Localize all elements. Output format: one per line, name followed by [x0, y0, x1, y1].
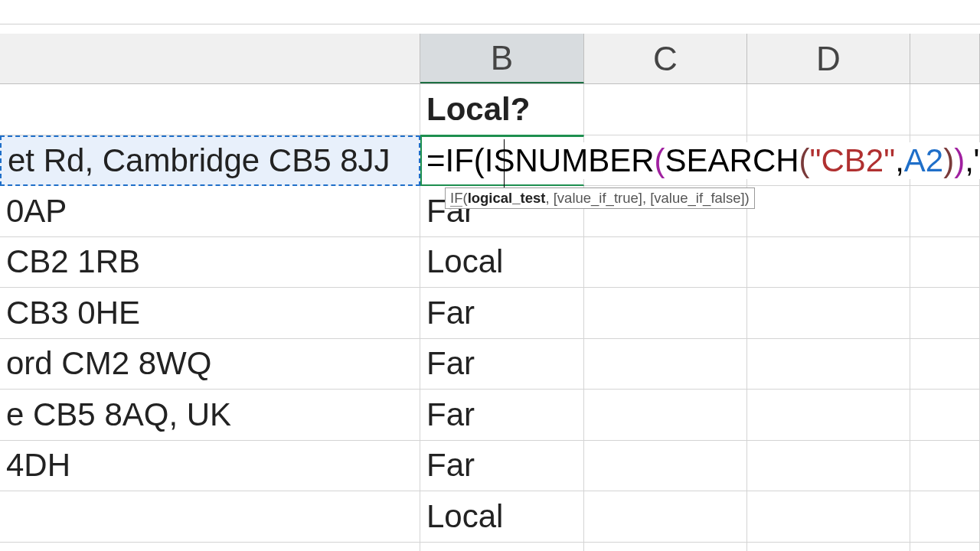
table-row: 4DH Far — [0, 441, 980, 492]
table-row — [0, 543, 980, 552]
cell[interactable] — [584, 339, 747, 390]
cell[interactable] — [910, 237, 980, 289]
cell[interactable] — [0, 491, 420, 543]
column-header-d[interactable]: D — [747, 34, 910, 83]
cell[interactable] — [584, 237, 747, 289]
cell[interactable]: Local — [420, 237, 584, 289]
cell[interactable] — [910, 441, 980, 492]
rows: Local? et Rd, Cambridge CB5 8JJ =IF(ISNU… — [0, 84, 980, 551]
table-row: CB3 0HE Far — [0, 288, 980, 339]
cell[interactable]: Far — [420, 288, 584, 339]
cell[interactable]: CB3 0HE — [0, 288, 420, 339]
cell[interactable] — [584, 441, 747, 492]
cell[interactable] — [584, 543, 747, 552]
cell[interactable] — [420, 543, 584, 552]
cell-e1[interactable] — [910, 84, 980, 135]
cell[interactable] — [910, 288, 980, 339]
table-row: ord CM2 8WQ Far — [0, 339, 980, 390]
table-row: e CB5 8AQ, UK Far — [0, 390, 980, 441]
cell[interactable]: e CB5 8AQ, UK — [0, 390, 420, 441]
formula-text: =IF(ISNUMBER(SEARCH("CB2",A2))," — [426, 142, 980, 179]
cell[interactable] — [910, 543, 980, 552]
cell[interactable] — [747, 390, 910, 441]
spreadsheet-grid: B C D Local? et Rd, Cambridge CB5 8JJ =I… — [0, 34, 980, 551]
cell[interactable] — [910, 186, 980, 237]
cell[interactable] — [747, 441, 910, 492]
cell[interactable] — [747, 491, 910, 543]
column-header-e[interactable] — [910, 34, 980, 83]
cell-a2[interactable]: et Rd, Cambridge CB5 8JJ — [0, 135, 420, 187]
cell-b1[interactable]: Local? — [420, 84, 584, 135]
function-tooltip[interactable]: IF(logical_test, [value_if_true], [value… — [445, 187, 755, 209]
cell[interactable] — [910, 339, 980, 390]
formula-bar[interactable]: ocal","Far") — [0, 0, 980, 24]
cell-a1[interactable] — [0, 84, 420, 135]
column-header-b[interactable]: B — [420, 34, 584, 83]
cell[interactable] — [584, 491, 747, 543]
cell[interactable]: Far — [420, 339, 584, 390]
cell[interactable]: 0AP — [0, 186, 420, 237]
cell-d1[interactable] — [747, 84, 910, 135]
cell[interactable] — [747, 339, 910, 390]
column-header-a[interactable] — [0, 34, 420, 83]
cell[interactable]: Local — [420, 491, 584, 543]
table-row: Local — [0, 491, 980, 543]
cell[interactable] — [910, 390, 980, 441]
cell[interactable]: ord CM2 8WQ — [0, 339, 420, 390]
table-row: et Rd, Cambridge CB5 8JJ =IF(ISNUMBER(SE… — [0, 135, 980, 187]
cell[interactable]: Far — [420, 390, 584, 441]
cell-b2-editing[interactable]: =IF(ISNUMBER(SEARCH("CB2",A2))," IF(logi… — [420, 135, 584, 187]
cell[interactable]: 4DH — [0, 441, 420, 492]
table-row: CB2 1RB Local — [0, 237, 980, 289]
cell-c1[interactable] — [584, 84, 747, 135]
cell[interactable]: CB2 1RB — [0, 237, 420, 289]
cell[interactable]: Far — [420, 441, 584, 492]
cell[interactable] — [0, 543, 420, 552]
cell[interactable] — [584, 390, 747, 441]
cell[interactable] — [747, 186, 910, 237]
table-row: Local? — [0, 84, 980, 135]
cell[interactable] — [747, 237, 910, 289]
cell[interactable] — [747, 543, 910, 552]
cell[interactable] — [747, 288, 910, 339]
cell[interactable] — [910, 491, 980, 543]
column-header-c[interactable]: C — [584, 34, 747, 83]
column-headers: B C D — [0, 34, 980, 84]
text-caret — [504, 139, 505, 188]
cell[interactable] — [584, 288, 747, 339]
